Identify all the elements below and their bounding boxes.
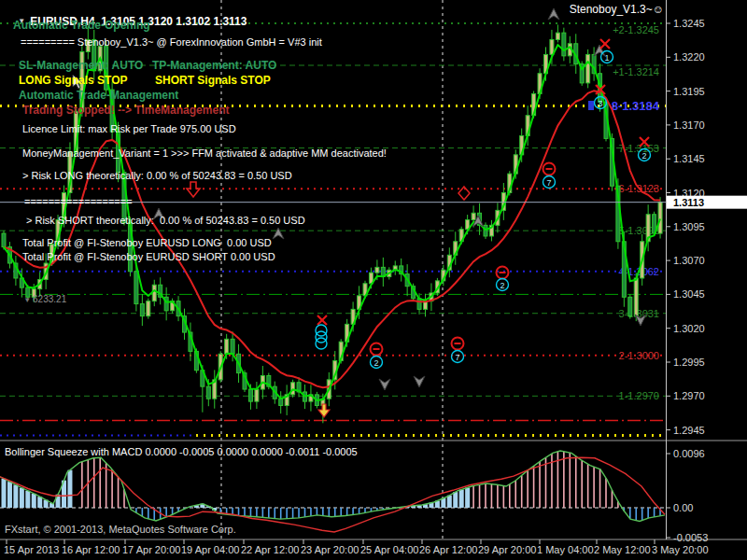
macd-bar	[13, 484, 18, 508]
macd-bar	[509, 484, 511, 508]
candle-body	[248, 389, 252, 401]
date-tick-label: 23 Apr 20:00	[301, 544, 359, 555]
subwindow-title: Bollinger Squeeze with MACD 0.0000 -0.00…	[5, 447, 358, 457]
svg-text:2: 2	[641, 151, 646, 161]
candle-body	[562, 33, 566, 56]
macd-bar	[570, 453, 571, 508]
down-triangle-icon: ▼	[23, 296, 31, 304]
price-tick-label: 1.3195	[673, 86, 705, 97]
price-tick-label: 1.3145	[673, 153, 705, 164]
macd-bar	[334, 508, 336, 516]
macd-bar	[32, 494, 36, 508]
macd-bar	[298, 508, 300, 518]
price-tick-label: 1.3245	[673, 18, 705, 29]
indicator-text-line-12: > Risk SHORT theoretically: 0.00 % of 50…	[26, 216, 305, 226]
macd-bar	[654, 508, 655, 517]
candle-body	[152, 285, 156, 301]
candle-body	[225, 339, 229, 354]
candle-body	[134, 272, 138, 304]
candle-body	[658, 203, 662, 233]
macd-bar	[605, 478, 607, 508]
macd-bar	[25, 491, 30, 508]
macd-bar	[310, 508, 312, 516]
trade-label-text: 6233.21	[33, 294, 66, 304]
macd-bar	[165, 508, 167, 517]
macd-bar	[329, 508, 331, 516]
macd-tick-label: 0.00	[673, 502, 693, 513]
price-tick-label: 1.3170	[673, 119, 705, 131]
svg-text:1: 1	[604, 53, 609, 63]
svg-text:2: 2	[374, 358, 378, 368]
candle-body	[291, 383, 295, 395]
candle-body	[279, 399, 283, 405]
date-tick-label: 19 Apr 04:00	[181, 544, 239, 555]
price-tick-label: 1.3070	[673, 255, 705, 266]
copyright-note: FXstart, © 2001-2013, MetaQuotes Softwar…	[5, 525, 236, 535]
macd-bar	[172, 508, 174, 514]
macd-bar	[37, 497, 42, 508]
current-price-label: 1.3113	[673, 197, 704, 208]
candle-body	[140, 304, 144, 316]
macd-bar	[563, 452, 565, 508]
price-tick-label: 1.3095	[673, 221, 705, 232]
candle-body	[147, 301, 150, 316]
macd-bar	[292, 508, 294, 518]
candle-body	[586, 54, 590, 82]
close-signal-x-icon	[317, 315, 327, 325]
close-signal-x-icon	[600, 39, 610, 49]
macd-bar	[647, 508, 649, 518]
macd-bar	[2, 479, 7, 508]
date-tick-label: 1 May 04:00	[537, 544, 594, 555]
price-tick-label: 1.3045	[673, 288, 705, 300]
candle-body	[634, 278, 638, 316]
level-label: 8-1.3184	[612, 99, 660, 113]
trade-number-badge: 2	[371, 357, 383, 369]
trade-number-badge: 2	[639, 149, 651, 161]
macd-bar	[497, 484, 499, 508]
macd-panel[interactable]	[0, 451, 666, 532]
macd-bar	[111, 469, 113, 508]
candle-body	[206, 386, 210, 399]
macd-bar	[256, 508, 258, 517]
time-axis[interactable]: 15 Apr 201316 Apr 12:0017 Apr 20:0019 Ap…	[4, 539, 709, 555]
macd-bar	[612, 490, 613, 508]
macd-bar	[599, 469, 601, 508]
macd-bar	[268, 508, 270, 518]
macd-bar	[280, 508, 282, 519]
macd-bar	[340, 508, 342, 516]
macd-histogram	[2, 452, 661, 521]
macd-bar	[238, 508, 240, 515]
macd-bar	[459, 490, 464, 508]
macd-bar	[142, 508, 144, 516]
level-label: +2-1.3245	[613, 24, 659, 35]
macd-bar	[441, 498, 445, 508]
indicator-text-line-9: MoneyManagement_Variant = 1 >>> FFM acti…	[22, 148, 387, 159]
price-tick-label: 1.2970	[673, 390, 705, 401]
indicator-text-line-7: Trading Stopped! --> TimeManagement	[22, 105, 229, 116]
trade-number-badge: 7	[543, 176, 556, 189]
date-tick-label: 17 Apr 20:00	[122, 544, 180, 555]
macd-bar	[635, 508, 637, 521]
macd-tick-label: -0.0053	[673, 532, 708, 543]
macd-bar	[67, 470, 72, 508]
macd-bar	[587, 464, 589, 508]
macd-bar	[359, 508, 360, 514]
macd-bar	[352, 508, 354, 514]
no-entry-icon	[371, 343, 383, 356]
macd-bar	[262, 508, 264, 517]
no-entry-icon	[452, 338, 464, 350]
macd-bar	[533, 466, 535, 508]
up-arrow-icon	[548, 8, 559, 20]
indicator-text-line-5: SHORT Signals STOP	[155, 75, 271, 86]
price-tick-label: 1.2945	[673, 425, 705, 436]
macd-bar	[593, 467, 595, 508]
macd-bar	[491, 484, 493, 508]
trade-number-badge: 1	[601, 51, 613, 63]
macd-bar	[346, 508, 348, 515]
mt4-chart-window: +2-1.3245+1-1.32148-1.31847-1.31536-1.31…	[0, 0, 747, 560]
macd-bar	[485, 483, 486, 508]
macd-bar	[93, 458, 95, 508]
date-tick-label: 29 Apr 20:00	[478, 544, 536, 555]
macd-bar	[514, 481, 516, 508]
level-label: 1-1.2970	[619, 390, 659, 401]
